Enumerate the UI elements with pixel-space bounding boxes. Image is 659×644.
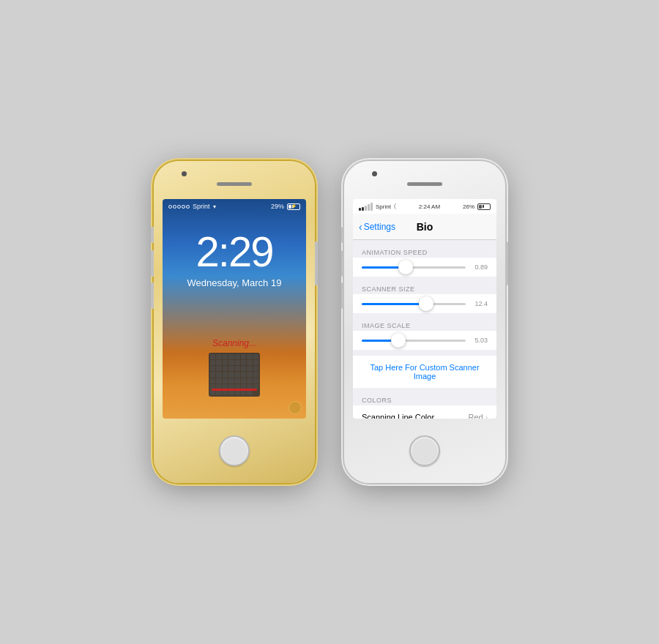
lock-date: Wednesday, March 19 bbox=[187, 277, 282, 288]
phone-top-1 bbox=[154, 161, 315, 199]
scanning-line-color-value-group: Red › bbox=[468, 413, 488, 419]
status-right-2: 26% bbox=[463, 203, 491, 210]
back-label[interactable]: Settings bbox=[364, 222, 395, 232]
home-button-2[interactable] bbox=[409, 435, 440, 466]
scanner-line bbox=[212, 389, 257, 391]
signal-dot-3 bbox=[177, 205, 181, 209]
image-scale-header: IMAGE SCALE bbox=[353, 319, 496, 331]
lock-screen: Sprint ▾ 29% ⚡ 2:29 Wednesday, March 1 bbox=[163, 199, 306, 419]
image-scale-thumb[interactable] bbox=[391, 333, 406, 348]
mute-button-2[interactable] bbox=[341, 227, 344, 243]
signal-dot-1 bbox=[168, 205, 172, 209]
back-button[interactable]: ‹ Settings bbox=[359, 221, 395, 233]
animation-speed-section: 0.89 bbox=[353, 258, 496, 277]
signal-dot-2 bbox=[173, 205, 176, 209]
volume-up-button-1[interactable] bbox=[151, 250, 154, 277]
battery-percent-2: 26% bbox=[463, 203, 474, 210]
scanning-text: Scanning... bbox=[212, 338, 256, 348]
signal-dot-5 bbox=[186, 205, 190, 209]
battery-tip-2 bbox=[483, 205, 484, 208]
chevron-right-icon-1: › bbox=[485, 413, 488, 419]
scanning-area: Scanning... bbox=[209, 338, 260, 397]
battery-icon-2 bbox=[477, 203, 491, 210]
nav-title: Bio bbox=[417, 221, 433, 233]
carrier-1: Sprint bbox=[193, 203, 210, 210]
status-bar-2: Sprint 〈 2:24 AM 26% bbox=[353, 199, 496, 214]
status-right-1: 29% ⚡ bbox=[271, 203, 300, 210]
bar-2 bbox=[362, 207, 364, 211]
phone-bottom-2 bbox=[344, 419, 505, 483]
battery-fill-2 bbox=[479, 205, 482, 209]
phone-top-2 bbox=[344, 161, 505, 199]
lock-time: 2:29 bbox=[196, 227, 273, 276]
bar-1 bbox=[359, 208, 361, 211]
animation-speed-header: ANIMATION SPEED bbox=[353, 246, 496, 258]
signal-1 bbox=[168, 205, 190, 209]
phone-1: Sprint ▾ 29% ⚡ 2:29 Wednesday, March 1 bbox=[154, 161, 315, 483]
bar-4 bbox=[368, 204, 370, 211]
signal-dot-4 bbox=[182, 205, 185, 209]
image-scale-section: 5.03 bbox=[353, 331, 496, 350]
power-button-1[interactable] bbox=[315, 242, 318, 285]
status-bar-1: Sprint ▾ 29% ⚡ bbox=[163, 199, 306, 214]
bar-5 bbox=[371, 203, 373, 211]
scanning-line-color-label: Scanning Line Color bbox=[362, 413, 434, 419]
scanner-box bbox=[209, 353, 260, 397]
scanner-size-section: 12.4 bbox=[353, 294, 496, 313]
time-2: 2:24 AM bbox=[419, 203, 440, 210]
status-left-1: Sprint ▾ bbox=[168, 203, 216, 210]
scanning-line-color-value: Red bbox=[468, 413, 483, 419]
scanner-size-value: 12.4 bbox=[470, 300, 488, 307]
scanner-size-header: SCANNER SIZE bbox=[353, 282, 496, 294]
scanner-size-track[interactable] bbox=[362, 303, 466, 305]
phone-bottom-1 bbox=[154, 419, 315, 483]
animation-speed-track[interactable] bbox=[362, 266, 466, 269]
image-scale-value: 5.03 bbox=[470, 337, 488, 344]
phone-2: Sprint 〈 2:24 AM 26% ‹ bbox=[344, 161, 505, 483]
scanner-size-thumb[interactable] bbox=[419, 296, 433, 311]
battery-percent-1: 29% bbox=[271, 203, 284, 210]
carrier-2: Sprint bbox=[376, 203, 391, 210]
phones-container: Sprint ▾ 29% ⚡ 2:29 Wednesday, March 1 bbox=[154, 161, 505, 483]
back-chevron-icon: ‹ bbox=[359, 221, 362, 233]
wifi-icon-1: ▾ bbox=[213, 203, 216, 210]
colors-header: COLORS bbox=[353, 394, 496, 405]
nav-bar: ‹ Settings Bio bbox=[353, 214, 496, 240]
animation-speed-thumb[interactable] bbox=[398, 260, 413, 274]
settings-content: ANIMATION SPEED 0.89 SCANNER SIZE bbox=[353, 240, 496, 419]
volume-down-button-2[interactable] bbox=[341, 282, 344, 309]
power-button-2[interactable] bbox=[505, 242, 508, 285]
animation-speed-value: 0.89 bbox=[470, 263, 488, 271]
battery-icon-1: ⚡ bbox=[287, 203, 300, 210]
animation-speed-row: 0.89 bbox=[362, 263, 488, 271]
volume-up-button-2[interactable] bbox=[341, 250, 344, 277]
signal-bars-2 bbox=[359, 203, 373, 211]
charge-bolt-1: ⚡ bbox=[291, 203, 297, 209]
image-scale-row: 5.03 bbox=[362, 337, 488, 344]
settings-screen: Sprint 〈 2:24 AM 26% ‹ bbox=[353, 199, 496, 419]
wifi-icon-2: 〈 bbox=[394, 203, 396, 210]
home-button-1[interactable] bbox=[219, 435, 250, 466]
scanner-size-row: 12.4 bbox=[362, 300, 488, 307]
bar-3 bbox=[365, 206, 367, 211]
speaker-2 bbox=[407, 182, 442, 186]
volume-down-button-1[interactable] bbox=[151, 282, 154, 309]
camera-icon bbox=[288, 401, 302, 414]
mute-button-1[interactable] bbox=[151, 227, 154, 243]
scanner-size-fill bbox=[362, 303, 426, 305]
image-scale-track[interactable] bbox=[362, 340, 466, 342]
speaker-1 bbox=[217, 182, 252, 186]
colors-section: Scanning Line Color Red › Scanning Text … bbox=[353, 405, 496, 419]
status-left-2: Sprint 〈 bbox=[359, 203, 396, 211]
tap-link[interactable]: Tap Here For Custom Scanner Image bbox=[353, 356, 496, 388]
scanning-line-color-row[interactable]: Scanning Line Color Red › bbox=[353, 405, 496, 419]
